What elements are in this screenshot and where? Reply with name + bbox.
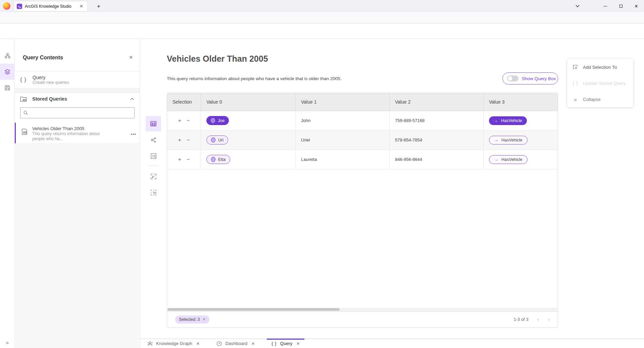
entity-dot-icon: [211, 157, 215, 162]
row-remove-icon[interactable]: −: [187, 137, 190, 143]
tab-close-icon[interactable]: ✕: [296, 341, 300, 346]
stored-query-description: This query returns information about peo…: [32, 131, 103, 141]
rail-contents-button[interactable]: [0, 64, 15, 80]
stored-queries-searchbox[interactable]: [20, 107, 135, 118]
table-options-menu: Add Selection To { } Update Stored Query…: [567, 59, 633, 107]
menu-item-collapse[interactable]: » Collapse: [567, 91, 633, 107]
braces-icon: { }: [271, 341, 277, 346]
knowledge-graph-icon: [147, 341, 153, 346]
left-rail: »: [0, 39, 15, 348]
map-view-button[interactable]: [146, 148, 161, 164]
scrollbar-thumb[interactable]: [167, 308, 340, 311]
entity-dot-icon: [211, 118, 215, 123]
stored-queries-header[interactable]: Stored Queries: [15, 93, 140, 105]
column-header-selection[interactable]: Selection: [167, 93, 201, 111]
bottom-tab-bar: Knowledge Graph ✕ Dashboard ✕ { } Query …: [140, 339, 644, 348]
menu-item-add-selection-to[interactable]: Add Selection To: [567, 59, 633, 75]
tab-knowledge-graph[interactable]: Knowledge Graph ✕: [143, 339, 204, 348]
window-maximize-button[interactable]: [613, 0, 629, 12]
tab-close-icon[interactable]: ✕: [251, 341, 255, 346]
dashboard-gauge-icon: [216, 341, 222, 346]
column-header-value2[interactable]: Value 2: [390, 93, 484, 111]
query-create-item[interactable]: { } Query Create new queries: [15, 71, 140, 88]
double-chevron-icon: »: [573, 97, 578, 102]
query-description: This query returns information about peo…: [167, 76, 342, 81]
stored-queries-list-background: [15, 143, 139, 348]
browser-tab-arcgis[interactable]: ArcGIS Knowledge Studio ✕: [14, 1, 87, 11]
column-header-value0[interactable]: Value 0: [201, 93, 296, 111]
panel-close-icon[interactable]: ✕: [127, 53, 135, 61]
table-view-button[interactable]: [146, 116, 161, 131]
selection-tool-button[interactable]: [146, 185, 161, 200]
query-contents-panel: Query Contents ✕ { } Query Create new qu…: [15, 39, 140, 348]
window-close-button[interactable]: ✕: [629, 0, 644, 12]
panel-separator: [15, 88, 140, 93]
rail-save-button[interactable]: [0, 80, 15, 96]
relationship-pill[interactable]: →HasVehicle: [489, 155, 528, 164]
relationship-pill[interactable]: →HasVehicle: [489, 116, 527, 125]
search-icon: [23, 111, 28, 115]
stored-query-item[interactable]: Vehicles Older Than 2005 This query retu…: [15, 123, 140, 143]
table-footer: Selected: 3 ✕ 1-3 of 3 ‹ ›: [167, 311, 558, 327]
entity-dot-icon: [211, 137, 215, 142]
arrow-right-icon: →: [494, 118, 498, 123]
row-add-icon[interactable]: +: [178, 137, 181, 143]
cell-value2[interactable]: 846-956-8644: [390, 150, 484, 169]
folder-icon: [20, 96, 27, 102]
row-remove-icon[interactable]: −: [187, 157, 190, 162]
show-query-box-toggle[interactable]: Show Query Box: [502, 72, 558, 84]
browser-nav-bar: ← → https://dev0028833.esri.com/portal/a…: [0, 12, 644, 23]
stored-query-title: Vehicles Older Than 2005: [32, 126, 103, 131]
pagination-next-icon[interactable]: ›: [548, 316, 550, 322]
column-header-value3[interactable]: Value 3: [484, 93, 558, 111]
selected-count-chip[interactable]: Selected: 3 ✕: [175, 315, 209, 324]
cell-value1[interactable]: Lauretta: [296, 150, 390, 169]
add-to-map-button[interactable]: [146, 169, 161, 184]
query-item-sublabel: Create new queries: [33, 80, 69, 85]
braces-icon: { }: [20, 76, 27, 83]
table-row: + − Etta Lauretta 846-956-8644 →HasVehic…: [167, 150, 558, 169]
tab-query[interactable]: { } Query ✕: [267, 339, 304, 348]
new-tab-button[interactable]: +: [95, 2, 103, 10]
relationship-pill[interactable]: →HasVehicle: [489, 136, 528, 144]
tab-close-icon[interactable]: ✕: [196, 341, 200, 346]
menu-item-update-stored-query: { } Update Stored Query: [567, 75, 633, 91]
column-header-value1[interactable]: Value 1: [296, 93, 390, 111]
entity-pill[interactable]: Uri: [206, 135, 228, 144]
app-header: Certification Project ? PL publisher2 la…: [0, 23, 644, 39]
entity-pill[interactable]: Etta: [206, 155, 230, 164]
stored-query-doc-icon: [21, 128, 28, 135]
stored-query-options-icon[interactable]: •••: [131, 126, 136, 143]
stored-queries-search-input[interactable]: [31, 110, 131, 115]
cell-value1[interactable]: John: [296, 111, 390, 130]
firefox-icon[interactable]: [3, 2, 10, 10]
entity-pill[interactable]: Joe: [206, 116, 229, 125]
horizontal-scrollbar[interactable]: [167, 308, 557, 311]
table-row: + − Uri Uriel 578-654-7854 →HasVehicle: [167, 130, 558, 150]
chevron-up-icon[interactable]: [130, 98, 134, 100]
arcgis-favicon-icon: [17, 4, 22, 9]
view-toolbar: [146, 116, 161, 201]
pagination-prev-icon[interactable]: ‹: [537, 316, 539, 322]
link-chart-view-button[interactable]: [146, 132, 161, 148]
pagination-range: 1-3 of 3: [514, 317, 529, 322]
list-all-tabs-icon[interactable]: [572, 0, 583, 12]
cell-value1[interactable]: Uriel: [296, 130, 390, 150]
tab-close-icon[interactable]: ✕: [78, 3, 85, 9]
tab-title: ArcGIS Knowledge Studio: [25, 4, 76, 9]
row-add-icon[interactable]: +: [178, 157, 181, 162]
selected-count-label: Selected: 3: [179, 317, 200, 322]
rail-expand-icon[interactable]: »: [0, 337, 15, 347]
clear-selection-icon[interactable]: ✕: [203, 317, 206, 322]
braces-icon: { }: [573, 80, 578, 86]
cell-value2[interactable]: 578-654-7854: [390, 130, 484, 150]
rail-data-model-button[interactable]: [0, 48, 15, 64]
row-remove-icon[interactable]: −: [187, 118, 190, 123]
browser-tab-bar: ArcGIS Knowledge Studio ✕ + ✕: [0, 0, 644, 12]
cell-value2[interactable]: 759-889-57168: [390, 111, 484, 130]
tab-dashboard[interactable]: Dashboard ✕: [212, 339, 259, 348]
row-add-icon[interactable]: +: [178, 118, 181, 123]
toggle-switch[interactable]: [507, 75, 518, 81]
window-minimize-button[interactable]: [598, 0, 613, 12]
arrow-right-icon: →: [494, 157, 498, 162]
